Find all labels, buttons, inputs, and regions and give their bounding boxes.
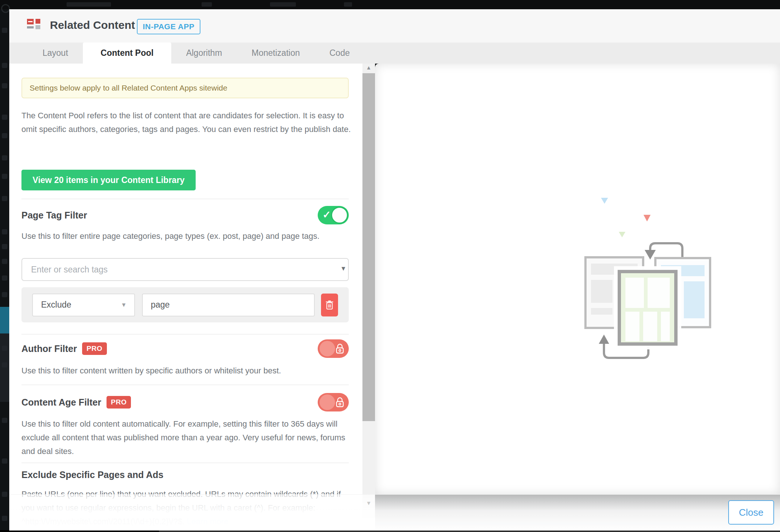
author-filter-description: Use this to filter content written by sp…	[21, 364, 349, 377]
in-page-app-badge: IN-PAGE APP	[137, 19, 200, 34]
divider	[21, 384, 349, 385]
close-button[interactable]: Close	[728, 500, 774, 525]
panel-scrollbar[interactable]: ▲	[362, 64, 375, 530]
tab-monetization[interactable]: Monetization	[237, 43, 314, 64]
tab-code[interactable]: Code	[315, 43, 365, 64]
author-filter-toggle[interactable]	[318, 339, 349, 358]
rule-value-input[interactable]	[142, 294, 315, 316]
modal-footer: Close	[9, 494, 780, 531]
pro-badge: PRO	[107, 396, 131, 409]
wp-admin-sidebar	[0, 9, 9, 530]
tag-rule-row: Exclude ▼	[21, 287, 349, 322]
author-filter-title: Author Filter	[21, 343, 77, 354]
exclude-pages-title: Exclude Specific Pages and Ads	[21, 470, 349, 480]
related-content-illustration	[577, 189, 729, 373]
tab-content-pool[interactable]: Content Pool	[83, 43, 171, 64]
sitewide-notice-text: Settings below apply to all Related Cont…	[30, 84, 227, 92]
wp-logo-icon	[1, 4, 10, 13]
lock-icon	[335, 397, 344, 409]
toggle-knob	[320, 341, 335, 356]
page-tag-filter-toggle[interactable]: ✓	[318, 206, 349, 224]
blue-triangle	[601, 198, 608, 204]
divider	[21, 462, 349, 463]
modal-header: Related Content IN-PAGE APP	[9, 9, 780, 43]
toggle-knob	[320, 394, 335, 410]
trash-icon	[325, 300, 334, 310]
content-age-filter-description: Use this to filter old content automatic…	[21, 417, 351, 458]
caret-down-icon: ▼	[121, 302, 127, 308]
screen: Related Content IN-PAGE APP Layout Conte…	[0, 0, 780, 532]
red-triangle	[644, 215, 651, 221]
page-tag-filter-description: Use this to filter entire page categorie…	[21, 229, 349, 243]
page-tag-filter-title: Page Tag Filter	[21, 210, 87, 221]
lock-icon	[335, 343, 344, 356]
pro-badge: PRO	[82, 342, 107, 355]
related-content-app-icon	[27, 19, 43, 34]
content-age-filter-toggle[interactable]	[318, 393, 349, 411]
divider	[21, 334, 349, 335]
divider	[21, 199, 349, 199]
sidebar-item-active	[0, 307, 9, 333]
tab-bar: Layout Content Pool Algorithm Monetizati…	[9, 43, 780, 64]
wp-admin-topbar	[0, 0, 780, 9]
tag-search-input[interactable]	[21, 258, 349, 281]
check-icon: ✓	[323, 209, 331, 221]
tab-layout[interactable]: Layout	[28, 43, 83, 64]
content-pool-intro: The Content Pool refers to the list of c…	[21, 109, 351, 136]
delete-rule-button[interactable]	[321, 294, 338, 316]
sitewide-notice: Settings below apply to all Related Cont…	[21, 78, 349, 98]
scroll-up-icon[interactable]: ▲	[362, 64, 375, 71]
settings-panel: Settings below apply to all Related Cont…	[9, 64, 362, 530]
page-mockup-center	[618, 270, 678, 346]
toggle-knob	[331, 207, 348, 224]
rule-mode-value: Exclude	[41, 300, 71, 310]
scrollbar-thumb[interactable]	[362, 73, 375, 421]
scroll-down-icon[interactable]: ▼	[362, 500, 375, 506]
green-triangle	[619, 232, 625, 237]
modal-title: Related Content	[50, 19, 135, 31]
tab-algorithm[interactable]: Algorithm	[171, 43, 237, 64]
view-content-library-button[interactable]: View 20 items in your Content Library	[21, 170, 196, 190]
rule-mode-select[interactable]: Exclude ▼	[32, 294, 135, 316]
content-age-filter-title: Content Age Filter	[21, 397, 101, 408]
